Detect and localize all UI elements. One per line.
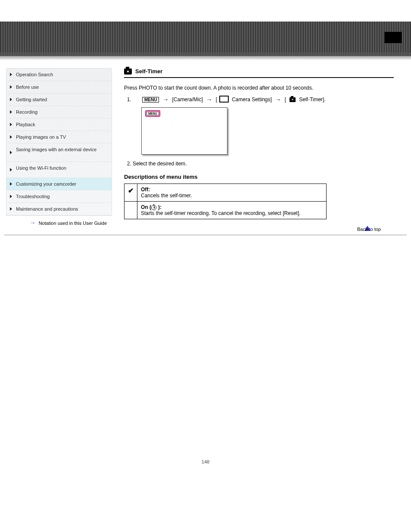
- caret-icon: [10, 98, 12, 101]
- sidebar-item-wifi[interactable]: Using the Wi-Fi function: [6, 162, 112, 178]
- sidebar-item-customizing[interactable]: Customizing your camcorder: [6, 178, 112, 190]
- option-desc: Cancels the self-timer.: [141, 193, 192, 199]
- arrow-icon: →: [206, 96, 212, 103]
- camera-icon: [290, 97, 296, 102]
- sidebar-item-maintenance[interactable]: Maintenance and precautions: [6, 203, 112, 215]
- navpath-step2b: Camera Settings]: [232, 96, 272, 103]
- option-name: Off:: [141, 187, 150, 193]
- caret-icon: [10, 195, 12, 198]
- sidebar: Operation Search Before use Getting star…: [6, 68, 112, 216]
- section-header: Self-Timer: [124, 68, 394, 78]
- arrow-icon: →: [275, 96, 281, 103]
- step-2: Select the desired item.: [133, 161, 394, 167]
- navpath-step3b: Self-Timer].: [299, 96, 326, 103]
- sidebar-item-troubleshooting[interactable]: Troubleshooting: [6, 190, 112, 203]
- sidebar-item-label: Using the Wi-Fi function: [16, 165, 66, 171]
- footer-separator: Back to top: [4, 235, 407, 235]
- sidebar-item-playing-tv[interactable]: Playing images on a TV: [6, 131, 112, 143]
- sidebar-item-label: Getting started: [16, 97, 47, 102]
- caret-icon: [10, 151, 12, 154]
- page-number: 148: [0, 459, 411, 473]
- caret-icon: [10, 207, 12, 211]
- option-desc: Starts the self-timer recording. To canc…: [141, 210, 301, 216]
- lcd-diagram: MENU: [141, 107, 227, 155]
- arrow-icon: →: [30, 219, 36, 226]
- sidebar-item-operation-search[interactable]: Operation Search: [6, 68, 112, 81]
- option-mark: [125, 202, 137, 219]
- header-band: [0, 22, 411, 56]
- caret-icon: [10, 182, 12, 186]
- caret-icon: [10, 85, 12, 89]
- caret-icon: [10, 73, 12, 76]
- section-intro: Press PHOTO to start the count down. A p…: [124, 84, 394, 92]
- option-mark: ✔: [125, 184, 137, 202]
- main-content: Self-Timer Press PHOTO to start the coun…: [124, 68, 402, 226]
- caret-icon: [10, 135, 12, 139]
- table-row: On (): Starts the self-timer recording. …: [125, 202, 327, 219]
- navpath-step1: [Camera/Mic]: [172, 96, 202, 103]
- step-1: MENU → [Camera/Mic] → [ Camera Settings]…: [133, 96, 394, 155]
- sidebar-item-before-use[interactable]: Before use: [6, 81, 112, 93]
- back-to-top-link[interactable]: Back to top: [357, 227, 381, 232]
- menu-button-icon: MENU: [146, 112, 159, 115]
- sidebar-item-recording[interactable]: Recording: [6, 106, 112, 118]
- lcd-menu-highlight: MENU: [145, 110, 160, 117]
- sidebar-item-label: Recording: [16, 109, 37, 115]
- sidebar-item-playback[interactable]: Playback: [6, 118, 112, 131]
- camera-settings-icon: [221, 97, 228, 102]
- sidebar-item-label: Operation Search: [16, 72, 53, 77]
- sidebar-item-label: Before use: [16, 84, 39, 90]
- options-table: ✔ Off: Cancels the self-timer. On (): St…: [124, 184, 327, 219]
- option-cell: On (): Starts the self-timer recording. …: [137, 202, 327, 219]
- print-button[interactable]: [384, 32, 402, 43]
- subheader: Descriptions of menu items: [124, 174, 394, 180]
- option-cell: Off: Cancels the self-timer.: [137, 184, 327, 202]
- caret-icon: [10, 168, 12, 171]
- arrow-icon: →: [162, 96, 168, 103]
- menu-button-icon: MENU: [142, 97, 159, 103]
- sidebar-item-label: Customizing your camcorder: [16, 181, 76, 187]
- notation-link[interactable]: → Notation used in this User Guide: [6, 216, 112, 226]
- navpath-step3a: [: [285, 96, 286, 103]
- caret-icon: [10, 123, 12, 126]
- caret-icon: [10, 110, 12, 114]
- sidebar-item-saving-external[interactable]: Saving images with an external device: [6, 143, 112, 162]
- navpath-step2a: [: [216, 96, 217, 103]
- sidebar-item-getting-started[interactable]: Getting started: [6, 93, 112, 106]
- sidebar-item-label: Saving images with an external device: [16, 147, 97, 152]
- sidebar-item-label: Playing images on a TV: [16, 134, 66, 140]
- notation-label: Notation used in this User Guide: [37, 221, 107, 226]
- sidebar-item-label: Playback: [16, 122, 35, 127]
- camera-icon: [124, 68, 132, 75]
- table-row: ✔ Off: Cancels the self-timer.: [125, 184, 327, 202]
- self-timer-icon: [151, 205, 156, 210]
- section-title: Self-Timer: [135, 68, 162, 75]
- sidebar-item-label: Maintenance and precautions: [16, 206, 78, 212]
- sidebar-item-label: Troubleshooting: [16, 194, 50, 199]
- option-name: On ():: [141, 204, 162, 210]
